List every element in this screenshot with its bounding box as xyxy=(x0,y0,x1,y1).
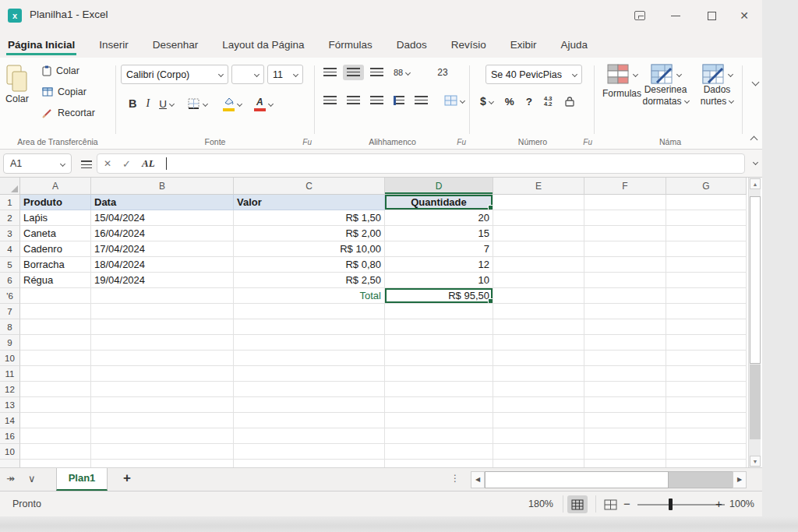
row-header-'6[interactable]: '6 xyxy=(0,288,20,304)
cell-C'6[interactable]: Total xyxy=(234,288,385,304)
cell-E11[interactable] xyxy=(493,366,584,382)
sheet-tab-plan1[interactable]: Plan1 xyxy=(56,468,108,491)
conditional-formatting-button[interactable]: Formulas xyxy=(598,64,646,100)
font-color-button[interactable]: A xyxy=(250,93,277,115)
row-header-10[interactable]: 10 xyxy=(0,444,20,460)
cell-F10[interactable] xyxy=(584,351,666,366)
cell-A[interactable] xyxy=(20,460,91,467)
column-header-B[interactable]: B xyxy=(91,178,234,195)
cell-E8[interactable] xyxy=(493,319,584,335)
cell-E14[interactable] xyxy=(493,413,584,428)
cell-E10[interactable] xyxy=(493,444,584,460)
tab-layout-da-pagina[interactable]: Layout da Página xyxy=(221,34,305,55)
format-as-table-button[interactable]: Deserinea dormatas xyxy=(641,64,690,107)
cell-G5[interactable] xyxy=(666,257,747,273)
zoom-slider-track[interactable] xyxy=(637,504,725,506)
wrap-text-button[interactable]: 23 xyxy=(433,64,451,81)
zoom-slider-thumb[interactable] xyxy=(669,499,673,510)
column-header-C[interactable]: C xyxy=(234,178,385,195)
scroll-up-icon[interactable]: ▲ xyxy=(750,178,761,189)
comma-format-button[interactable]: ? xyxy=(522,93,536,111)
expand-formula-bar-icon[interactable] xyxy=(753,160,758,165)
cell-G10[interactable] xyxy=(666,444,747,460)
row-header-7[interactable]: 7 xyxy=(0,304,20,319)
tab-splitter-icon[interactable]: ⋮ xyxy=(450,473,460,484)
percent-format-button[interactable]: % xyxy=(501,93,518,111)
zoom-out-button[interactable]: − xyxy=(623,497,630,510)
cell-A1[interactable]: Produto xyxy=(20,195,91,210)
zoom-level-label[interactable]: 100% xyxy=(729,499,754,509)
cell-F13[interactable] xyxy=(584,397,666,413)
cell-A12[interactable] xyxy=(20,382,91,397)
cell-C12[interactable] xyxy=(234,382,385,397)
cell-A10[interactable] xyxy=(20,351,91,366)
cell-B2[interactable]: 15/04/2024 xyxy=(91,210,234,226)
column-header-E[interactable]: E xyxy=(493,178,584,195)
cell-B8[interactable] xyxy=(91,319,234,335)
cell-C11[interactable] xyxy=(234,366,385,382)
align-right-button[interactable] xyxy=(366,93,387,108)
protect-button[interactable] xyxy=(560,93,579,110)
cell-B4[interactable]: 17/04/2024 xyxy=(91,241,234,257)
align-middle-button[interactable] xyxy=(343,65,364,80)
cell-F2[interactable] xyxy=(584,210,666,226)
cell-G16[interactable] xyxy=(666,428,747,444)
cell-A2[interactable]: Laṕis xyxy=(20,210,91,226)
cell-G8[interactable] xyxy=(666,319,747,335)
cell-C6[interactable]: R$ 2,50 xyxy=(234,273,385,288)
close-button[interactable]: ✕ xyxy=(733,6,756,25)
cell-D7[interactable] xyxy=(385,304,493,319)
row-header-6[interactable]: 6 xyxy=(0,273,20,288)
cell-E4[interactable] xyxy=(493,241,584,257)
ribbon-more-chevron-icon[interactable] xyxy=(752,79,760,86)
select-all-corner[interactable] xyxy=(0,178,20,195)
cell-A8[interactable] xyxy=(20,319,91,335)
cell-A7[interactable] xyxy=(20,304,91,319)
cell-A13[interactable] xyxy=(20,397,91,413)
cell-E12[interactable] xyxy=(493,382,584,397)
collapse-ribbon-icon[interactable] xyxy=(750,136,758,144)
cell-E10[interactable] xyxy=(493,351,584,366)
cell-G6[interactable] xyxy=(666,273,747,288)
cell-C10[interactable] xyxy=(234,444,385,460)
cell-F4[interactable] xyxy=(584,241,666,257)
currency-format-button[interactable]: $ xyxy=(476,92,497,111)
cell-D4[interactable]: 7 xyxy=(385,241,493,257)
scroll-down-icon[interactable]: ▼ xyxy=(750,456,761,467)
cell-D2[interactable]: 20 xyxy=(385,210,493,226)
font-size-select[interactable]: 11 xyxy=(267,65,303,84)
orientation-button[interactable]: 88 xyxy=(390,65,414,80)
cell-D'6[interactable]: R$ 95,50 xyxy=(385,288,493,304)
borders-button[interactable] xyxy=(184,95,211,113)
merge-center-button[interactable] xyxy=(440,92,468,109)
cell-F3[interactable] xyxy=(584,226,666,241)
align-left-button[interactable] xyxy=(320,93,341,108)
cell-B13[interactable] xyxy=(91,397,234,413)
underline-button[interactable]: U xyxy=(155,95,178,113)
cell-F6[interactable] xyxy=(584,273,666,288)
cell-C7[interactable] xyxy=(234,304,385,319)
cell-B'6[interactable] xyxy=(91,288,234,304)
number-dialog-launcher[interactable]: Fu xyxy=(583,138,592,146)
cell-C14[interactable] xyxy=(234,413,385,428)
tab-desenhar[interactable]: Desenhar xyxy=(151,34,200,55)
cell-A'6[interactable] xyxy=(20,288,91,304)
tab-exibir[interactable]: Exibir xyxy=(509,34,538,55)
cell-C4[interactable]: R$ 10,00 xyxy=(234,241,385,257)
cell-G13[interactable] xyxy=(666,397,747,413)
column-header-F[interactable]: F xyxy=(584,178,666,195)
cell-F[interactable] xyxy=(584,460,666,467)
cell-E1[interactable] xyxy=(493,195,584,210)
maximize-button[interactable] xyxy=(700,6,723,25)
cell-B6[interactable]: 19/04/2024 xyxy=(91,273,234,288)
cell-G1[interactable] xyxy=(666,195,747,210)
cell-D16[interactable] xyxy=(385,428,493,444)
cell-A6[interactable]: Régua xyxy=(20,273,91,288)
cell-A11[interactable] xyxy=(20,366,91,382)
cell-D8[interactable] xyxy=(385,319,493,335)
cell-E16[interactable] xyxy=(493,428,584,444)
normal-view-button[interactable] xyxy=(567,495,588,513)
row-header-12[interactable]: 12 xyxy=(0,382,20,397)
cell-G12[interactable] xyxy=(666,382,747,397)
cell-D1[interactable]: Quantidade xyxy=(385,195,493,210)
